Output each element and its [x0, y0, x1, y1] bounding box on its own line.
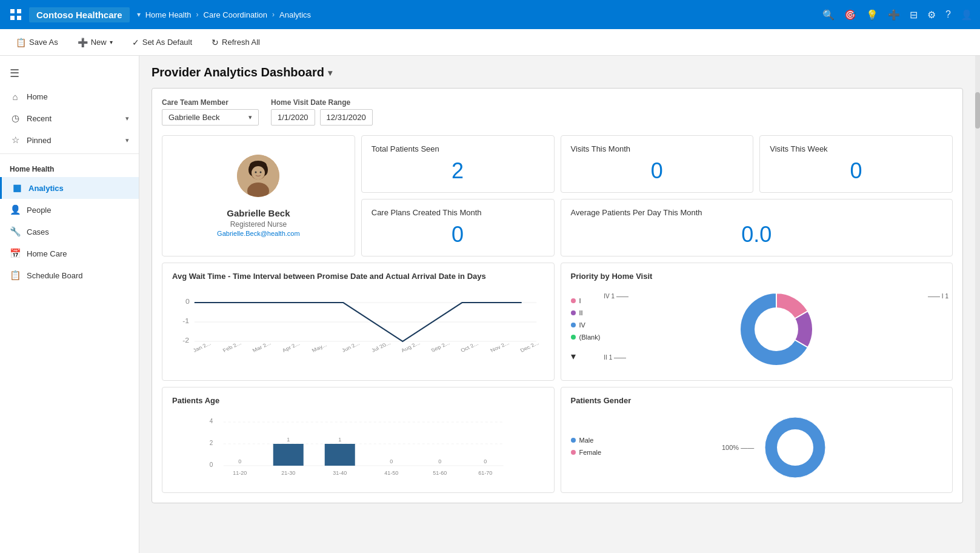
filter-icon[interactable]: ⊟: [910, 9, 918, 21]
scrollbar-thumb[interactable]: [975, 92, 980, 129]
care-team-chevron-icon: ▾: [248, 113, 252, 121]
gender-percent-label: 100% ——: [722, 444, 754, 451]
sidebar-item-people[interactable]: 👤 People: [0, 199, 139, 221]
svg-text:Nov 2...: Nov 2...: [489, 340, 510, 353]
help-icon[interactable]: ?: [945, 9, 951, 20]
sidebar-item-home[interactable]: ⌂ Home: [0, 86, 139, 107]
hamburger-icon[interactable]: ☰: [0, 61, 139, 86]
search-icon[interactable]: 🔍: [822, 9, 835, 21]
svg-text:4: 4: [210, 418, 213, 424]
svg-text:Sep 2...: Sep 2...: [430, 340, 451, 354]
legend-ii: II: [571, 309, 601, 317]
svg-text:2: 2: [210, 440, 213, 446]
priority-filter-icon[interactable]: ▾: [571, 350, 601, 362]
kpi-visits-week: Visits This Week 0: [759, 135, 953, 193]
recent-icon: ◷: [10, 113, 21, 124]
svg-text:0: 0: [390, 458, 393, 464]
vertical-scrollbar[interactable]: [975, 56, 980, 553]
age-chart-area: 4 2 0 11-20 0: [172, 411, 544, 478]
legend-dot-blank: [571, 335, 576, 340]
svg-text:0: 0: [210, 461, 213, 468]
age-chart-card: Patients Age 4 2 0: [162, 387, 555, 493]
age-bar-21-30: [273, 444, 304, 466]
nav-care-coordination[interactable]: Care Coordination: [201, 10, 270, 19]
svg-point-10: [252, 166, 265, 179]
sidebar-item-recent[interactable]: ◷ Recent ▾: [0, 107, 139, 129]
save-as-button[interactable]: 📋 Save As: [12, 35, 62, 50]
filter-row: Care Team Member Gabrielle Beck ▾ Home V…: [162, 98, 953, 126]
kpi-care-plans: Care Plans Created This Month 0: [361, 199, 555, 256]
svg-text:51-60: 51-60: [433, 470, 447, 476]
svg-text:61-70: 61-70: [478, 470, 492, 476]
user-icon[interactable]: 👤: [961, 9, 973, 21]
svg-point-11: [255, 172, 257, 173]
svg-text:11-20: 11-20: [233, 470, 247, 476]
svg-text:21-30: 21-30: [281, 470, 295, 476]
donut-label-ii1: II 1 ——: [604, 354, 626, 361]
date-range-label: Home Visit Date Range: [271, 98, 373, 107]
svg-text:-2: -2: [182, 337, 189, 344]
target-icon[interactable]: 🎯: [844, 9, 856, 21]
set-as-default-button[interactable]: ✓ Set As Default: [128, 35, 196, 50]
legend-dot-ii: [571, 310, 576, 315]
svg-text:0: 0: [185, 298, 190, 305]
avg-wait-time-chart-card: Avg Wait Time - Time Interval between Pr…: [162, 263, 555, 381]
legend-female: Female: [571, 449, 602, 456]
priority-title: Priority by Home Visit: [571, 272, 943, 281]
nav-arrow-1: ▾: [137, 10, 141, 19]
home-care-icon: 📅: [10, 248, 21, 259]
gender-donut-container: 100% ——: [611, 411, 942, 484]
sidebar-item-schedule-board[interactable]: 📋 Schedule Board: [0, 264, 139, 286]
age-chart-svg: 4 2 0 11-20 0: [172, 411, 544, 478]
date-to-input[interactable]: 12/31/2020: [320, 109, 373, 126]
settings-icon[interactable]: ⚙: [927, 9, 936, 21]
refresh-all-button[interactable]: ↻ Refresh All: [208, 35, 264, 50]
pinned-chevron-icon: ▾: [125, 136, 129, 144]
sidebar: ☰ ⌂ Home ◷ Recent ▾ ☆ Pinned ▾ Home Heal…: [0, 56, 139, 553]
svg-text:31-40: 31-40: [333, 470, 347, 476]
app-logo[interactable]: Contoso Healthcare: [29, 7, 130, 22]
legend-male: Male: [571, 437, 602, 444]
kpi-visits-month: Visits This Month 0: [561, 135, 754, 193]
profile-email: Gabrielle.Beck@health.com: [217, 230, 300, 237]
analytics-icon: ▦: [12, 183, 22, 193]
profile-avatar: [237, 155, 279, 197]
nav-arrow-3: ›: [272, 10, 275, 19]
app-grid-icon[interactable]: [7, 6, 24, 23]
svg-text:0: 0: [438, 458, 441, 464]
lightbulb-icon[interactable]: 💡: [866, 9, 878, 21]
svg-text:0: 0: [484, 458, 487, 464]
svg-text:1: 1: [338, 437, 341, 443]
sidebar-item-pinned[interactable]: ☆ Pinned ▾: [0, 129, 139, 151]
gender-donut-area: Male Female 100% ——: [571, 411, 943, 484]
dashboard-container: Care Team Member Gabrielle Beck ▾ Home V…: [152, 88, 963, 503]
svg-point-51: [777, 429, 813, 466]
plus-icon[interactable]: ➕: [888, 9, 900, 21]
sidebar-item-cases[interactable]: 🔧 Cases: [0, 221, 139, 243]
date-from-input[interactable]: 1/1/2020: [271, 109, 315, 126]
legend-dot-iv: [571, 323, 576, 327]
nav-analytics[interactable]: Analytics: [277, 10, 313, 19]
nav-home-health[interactable]: Home Health: [143, 10, 194, 19]
svg-text:Apr 2...: Apr 2...: [281, 341, 301, 354]
sidebar-item-home-care[interactable]: 📅 Home Care: [0, 243, 139, 264]
top-nav: Contoso Healthcare ▾ Home Health › Care …: [0, 0, 980, 29]
dashboard-title-chevron-icon: ▾: [328, 68, 332, 78]
svg-rect-0: [10, 9, 15, 13]
dashboard-title[interactable]: Provider Analytics Dashboard ▾: [152, 65, 963, 79]
sidebar-item-analytics[interactable]: ▦ Analytics: [0, 177, 139, 199]
new-button[interactable]: ➕ New ▾: [74, 35, 116, 50]
profile-card: Gabrielle Beck Registered Nurse Gabriell…: [162, 135, 355, 256]
sidebar-section-home-health: Home Health: [0, 156, 139, 177]
nav-arrow-2: ›: [196, 10, 199, 19]
care-team-select[interactable]: Gabrielle Beck ▾: [162, 109, 259, 126]
svg-text:-1: -1: [182, 318, 189, 324]
age-title: Patients Age: [172, 396, 544, 405]
care-team-filter-group: Care Team Member Gabrielle Beck ▾: [162, 98, 259, 126]
legend-dot-male: [571, 438, 576, 443]
priority-donut-container: IV 1 —— —— I 1 II 1 ——: [610, 287, 942, 372]
save-as-icon: 📋: [16, 38, 26, 47]
svg-text:1: 1: [287, 437, 290, 443]
legend-iv: IV: [571, 321, 601, 329]
avg-wait-title: Avg Wait Time - Time Interval between Pr…: [172, 272, 544, 281]
